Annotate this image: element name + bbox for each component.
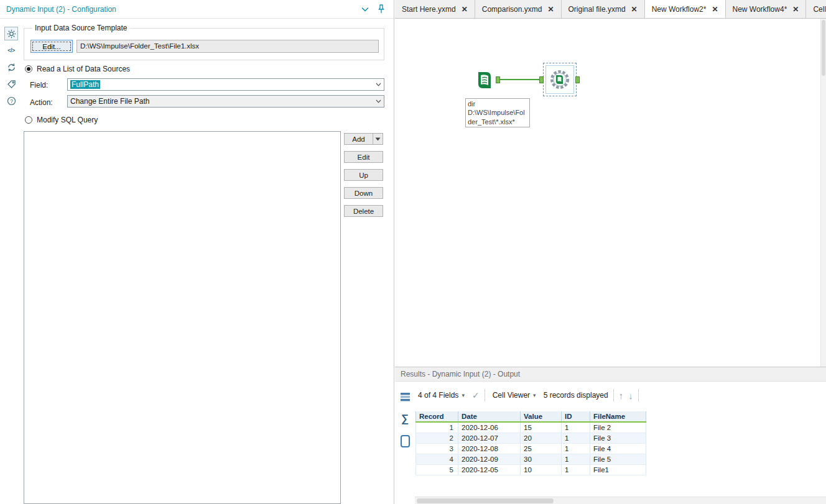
column-header[interactable]: Date bbox=[458, 411, 521, 422]
cell[interactable]: File 3 bbox=[590, 433, 646, 443]
cell-viewer-dropdown[interactable]: Cell Viewer ▾ bbox=[490, 389, 539, 401]
cell[interactable]: 1 bbox=[416, 422, 458, 433]
chevron-down-icon bbox=[373, 134, 383, 144]
cell[interactable]: 1 bbox=[562, 443, 590, 454]
cell[interactable]: File 5 bbox=[590, 454, 646, 464]
results-horizontal-scrollbar[interactable] bbox=[415, 497, 826, 504]
tab-comparison[interactable]: Comparison.yxmd✕ bbox=[475, 0, 562, 18]
config-view-strip: </> ? bbox=[3, 27, 19, 108]
cell[interactable]: File 2 bbox=[590, 422, 646, 433]
tab-start-here[interactable]: Start Here.yxmd✕ bbox=[395, 0, 475, 18]
cell[interactable]: 1 bbox=[562, 433, 590, 443]
read-list-radio-label: Read a List of Data Sources bbox=[37, 65, 130, 73]
directory-tool[interactable] bbox=[474, 70, 495, 91]
cell[interactable]: File 4 bbox=[590, 443, 646, 454]
table-header-row: Record Date Value ID FileName bbox=[416, 411, 646, 422]
cell[interactable]: 1 bbox=[562, 422, 590, 433]
tab-cells[interactable]: Cells Fo bbox=[806, 0, 826, 18]
chevron-down-icon bbox=[372, 83, 381, 86]
tag-icon[interactable] bbox=[4, 77, 18, 91]
column-header[interactable]: Value bbox=[521, 411, 562, 422]
read-list-radio[interactable]: Read a List of Data Sources bbox=[25, 65, 130, 73]
tab-original-file[interactable]: Original file.yxmd✕ bbox=[562, 0, 645, 18]
field-dropdown[interactable]: FullPath bbox=[67, 78, 384, 91]
records-displayed-label: 5 records displayed bbox=[544, 391, 608, 400]
scrollbar-thumb[interactable] bbox=[417, 498, 554, 503]
action-label: Action: bbox=[30, 98, 53, 107]
table-row: 5 2020-12-05 10 1 File1 bbox=[416, 464, 646, 475]
add-button[interactable]: Add bbox=[344, 133, 383, 145]
code-icon[interactable]: </> bbox=[4, 44, 18, 57]
down-button[interactable]: Down bbox=[344, 187, 383, 199]
cell[interactable]: 1 bbox=[562, 454, 590, 464]
results-panel: Results - Dynamic Input (2) - Output ∑ 4… bbox=[395, 367, 826, 504]
cell[interactable]: 30 bbox=[521, 454, 562, 464]
tab-close-icon[interactable]: ✕ bbox=[462, 6, 468, 13]
scrollbar-thumb[interactable] bbox=[822, 20, 825, 76]
workflow-tabbar: Start Here.yxmd✕ Comparison.yxmd✕ Origin… bbox=[395, 0, 826, 19]
cell[interactable]: 4 bbox=[416, 454, 458, 464]
metadata-view-icon[interactable]: ∑ bbox=[398, 411, 412, 426]
configuration-header: Dynamic Input (2) - Configuration bbox=[0, 0, 394, 19]
connection-wire[interactable] bbox=[500, 79, 542, 80]
radio-selected-icon bbox=[25, 65, 32, 73]
column-header[interactable]: ID bbox=[562, 411, 590, 422]
dynamic-input-tool[interactable] bbox=[545, 65, 574, 94]
tab-close-icon[interactable]: ✕ bbox=[631, 6, 638, 13]
tab-close-icon[interactable]: ✕ bbox=[547, 6, 554, 13]
data-sources-listbox[interactable] bbox=[24, 131, 341, 504]
gear-icon[interactable] bbox=[4, 27, 18, 40]
refresh-icon[interactable] bbox=[4, 60, 18, 74]
arrow-up-icon[interactable]: ↑ bbox=[619, 390, 624, 401]
cell[interactable]: 10 bbox=[521, 464, 562, 475]
edit-button[interactable]: Edit bbox=[344, 151, 383, 163]
cell[interactable]: 2020-12-06 bbox=[458, 422, 521, 433]
cell[interactable]: 5 bbox=[416, 464, 458, 475]
cell-viewer-icon[interactable] bbox=[398, 434, 412, 449]
arrow-down-icon[interactable]: ↓ bbox=[628, 390, 633, 401]
tab-new-workflow4[interactable]: New Workflow4*✕ bbox=[726, 0, 807, 18]
chevron-down-icon: ▾ bbox=[533, 392, 536, 398]
cell[interactable]: 15 bbox=[521, 422, 562, 433]
delete-button[interactable]: Delete bbox=[344, 205, 383, 217]
group-title: Input Data Source Template bbox=[32, 24, 130, 32]
template-path-field[interactable]: D:\WS\Impulse\Folder_Test\File1.xlsx bbox=[77, 40, 379, 53]
results-body: ∑ 4 of 4 Fields ▾ ✓ Cell Viewer ▾ 5 reco… bbox=[395, 382, 826, 504]
fields-dropdown[interactable]: 4 of 4 Fields ▾ bbox=[415, 389, 467, 401]
cell[interactable]: 1 bbox=[562, 464, 590, 475]
tool-annotation[interactable]: dir D:\WS\Impulse\Folder_Test\*.xlsx* bbox=[465, 98, 530, 127]
pin-icon[interactable] bbox=[378, 4, 385, 14]
configuration-title: Dynamic Input (2) - Configuration bbox=[6, 5, 116, 14]
results-title: Results - Dynamic Input (2) - Output bbox=[401, 370, 520, 378]
edit-template-button[interactable]: Edit... bbox=[30, 40, 73, 53]
cell[interactable]: 2 bbox=[416, 433, 458, 443]
chevron-down-icon[interactable] bbox=[361, 7, 369, 12]
tab-close-icon[interactable]: ✕ bbox=[792, 6, 799, 13]
action-dropdown[interactable]: Change Entire File Path bbox=[67, 95, 384, 108]
tab-close-icon[interactable]: ✕ bbox=[712, 6, 718, 13]
apply-check-icon[interactable]: ✓ bbox=[472, 390, 480, 400]
table-row: 3 2020-12-08 25 1 File 4 bbox=[416, 443, 646, 454]
output-anchor[interactable] bbox=[496, 76, 500, 83]
cell[interactable]: 3 bbox=[416, 443, 458, 454]
cell[interactable]: 20 bbox=[521, 433, 562, 443]
cell[interactable]: 2020-12-09 bbox=[458, 454, 521, 464]
modify-sql-radio[interactable]: Modify SQL Query bbox=[25, 116, 98, 124]
help-icon[interactable]: ? bbox=[4, 94, 18, 108]
workflow-canvas[interactable]: dir D:\WS\Impulse\Folder_Test\*.xlsx* bbox=[395, 19, 826, 367]
output-anchor[interactable] bbox=[575, 76, 580, 83]
column-header[interactable]: FileName bbox=[590, 411, 646, 422]
configuration-panel: Dynamic Input (2) - Configuration bbox=[0, 0, 394, 504]
canvas-vertical-scrollbar[interactable] bbox=[820, 19, 826, 367]
cell[interactable]: 2020-12-05 bbox=[458, 464, 521, 475]
up-button[interactable]: Up bbox=[344, 169, 383, 181]
results-titlebar[interactable]: Results - Dynamic Input (2) - Output bbox=[395, 367, 826, 382]
cell[interactable]: File1 bbox=[590, 464, 646, 475]
input-anchor[interactable] bbox=[539, 76, 544, 83]
cell[interactable]: 2020-12-07 bbox=[458, 433, 521, 443]
column-header[interactable]: Record bbox=[416, 411, 458, 422]
cell[interactable]: 2020-12-08 bbox=[458, 443, 521, 454]
tab-new-workflow2[interactable]: New Workflow2*✕ bbox=[645, 0, 726, 19]
cell[interactable]: 25 bbox=[521, 443, 562, 454]
table-view-icon[interactable] bbox=[398, 389, 412, 404]
